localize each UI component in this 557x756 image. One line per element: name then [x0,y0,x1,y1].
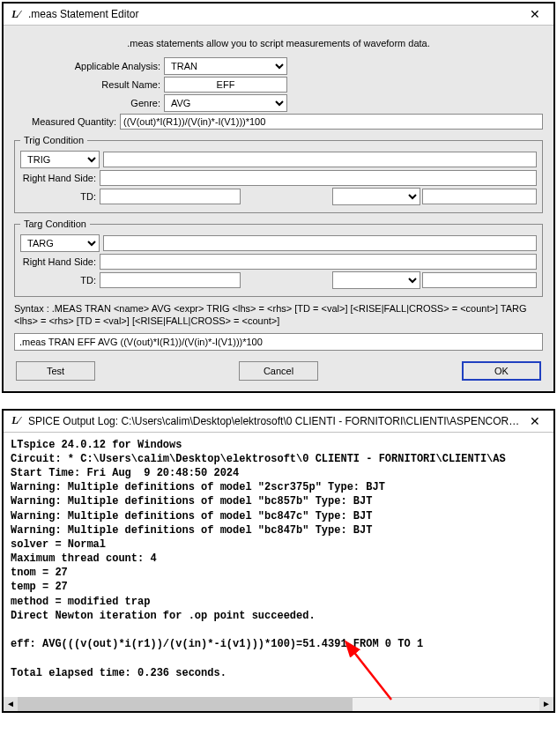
meas-editor-window: L⁄ .meas Statement Editor ✕ .meas statem… [2,2,555,393]
trig-rhs-input[interactable] [100,170,537,186]
targ-td-label: TD: [20,275,100,285]
meas-editor-body: .meas statements allow you to script mea… [4,26,553,391]
result-name-label: Result Name: [14,79,164,90]
measured-label: Measured Quantity: [14,116,120,127]
scrollbar-track[interactable] [18,697,539,711]
spice-log-title: SPICE Output Log: C:\Users\calim\Desktop… [28,415,522,427]
analysis-select[interactable]: TRAN [164,57,287,75]
app-icon: L⁄ [9,7,23,21]
scroll-left-icon[interactable]: ◄ [4,697,18,711]
trig-value-input[interactable] [103,152,537,167]
targ-kind-select[interactable] [332,271,420,289]
targ-rhs-label: Right Hand Side: [20,256,100,267]
ok-button[interactable]: OK [462,361,541,381]
trig-count-input[interactable] [422,189,537,204]
close-icon[interactable]: ✕ [522,414,548,428]
spice-log-console: LTspice 24.0.12 for Windows Circuit: * C… [4,433,553,697]
meas-editor-titlebar: L⁄ .meas Statement Editor ✕ [4,4,553,26]
scroll-right-icon[interactable]: ► [539,697,553,711]
spice-log-titlebar: L⁄ SPICE Output Log: C:\Users\calim\Desk… [4,411,553,433]
trig-rhs-label: Right Hand Side: [20,173,100,183]
genre-label: Genre: [14,98,164,108]
horizontal-scrollbar[interactable]: ◄ ► [4,697,553,711]
syntax-hint: Syntax : .MEAS TRAN <name> AVG <expr> TR… [14,302,543,328]
targ-mode-select[interactable]: TARG [20,234,100,252]
trig-kind-select[interactable] [332,188,420,205]
analysis-label: Applicable Analysis: [14,61,164,71]
targ-rhs-input[interactable] [100,254,537,270]
genre-select[interactable]: AVG [164,94,287,112]
intro-text: .meas statements allow you to script mea… [14,38,543,48]
trig-legend: Trig Condition [20,135,87,145]
test-button[interactable]: Test [16,361,95,381]
meas-editor-title: .meas Statement Editor [28,8,522,20]
trig-td-input[interactable] [100,189,241,204]
trig-fieldset: Trig Condition TRIG Right Hand Side: TD: [14,135,543,213]
scrollbar-thumb[interactable] [18,697,353,711]
app-icon: L⁄ [9,414,23,428]
targ-legend: Targ Condition [20,219,90,229]
spice-log-window: L⁄ SPICE Output Log: C:\Users\calim\Desk… [2,409,555,713]
targ-count-input[interactable] [422,272,537,288]
close-icon[interactable]: ✕ [522,7,548,21]
targ-fieldset: Targ Condition TARG Right Hand Side: TD: [14,219,543,297]
generated-statement: .meas TRAN EFF AVG ((V(out)*I(R1))/(V(in… [14,333,543,351]
cancel-button[interactable]: Cancel [239,361,318,381]
trig-mode-select[interactable]: TRIG [20,151,100,168]
targ-value-input[interactable] [103,235,537,251]
measured-input[interactable] [120,114,543,130]
result-name-input[interactable] [164,77,287,93]
targ-td-input[interactable] [100,272,241,288]
trig-td-label: TD: [20,191,100,202]
